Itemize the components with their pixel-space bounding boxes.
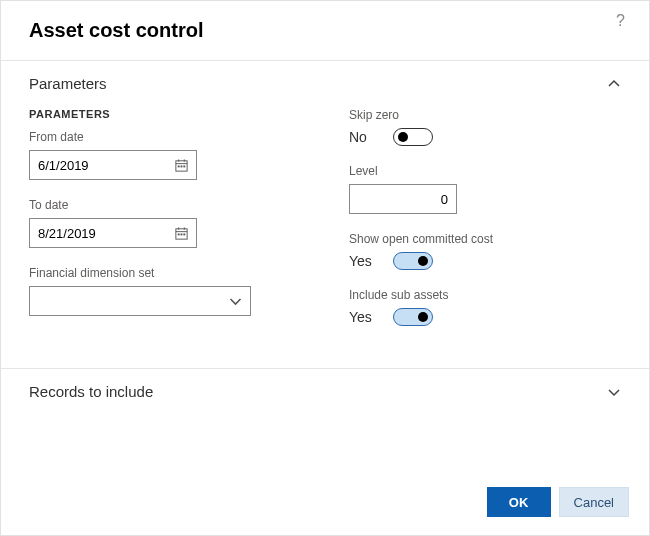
- level-label: Level: [349, 164, 621, 178]
- to-date-field: To date: [29, 198, 301, 248]
- from-date-input[interactable]: [30, 151, 166, 179]
- parameters-body: PARAMETERS From date: [1, 102, 649, 368]
- to-date-label: To date: [29, 198, 301, 212]
- show-open-committed-label: Show open committed cost: [349, 232, 621, 246]
- calendar-icon[interactable]: [166, 151, 196, 179]
- financial-dimension-input[interactable]: [30, 287, 220, 315]
- ok-button[interactable]: OK: [487, 487, 551, 517]
- dialog-title: Asset cost control: [29, 19, 203, 42]
- section-records-title: Records to include: [29, 383, 153, 400]
- show-open-committed-row: Yes: [349, 252, 621, 270]
- financial-dimension-field: Financial dimension set: [29, 266, 301, 316]
- to-date-input-wrap: [29, 218, 197, 248]
- to-date-input[interactable]: [30, 219, 166, 247]
- svg-rect-6: [183, 165, 185, 167]
- level-field: Level: [349, 164, 621, 214]
- skip-zero-row: No: [349, 128, 621, 146]
- dialog-header: Asset cost control ?: [1, 1, 649, 60]
- from-date-input-wrap: [29, 150, 197, 180]
- parameters-subhead: PARAMETERS: [29, 108, 301, 120]
- include-sub-assets-value: Yes: [349, 309, 375, 325]
- section-records-header[interactable]: Records to include: [1, 368, 649, 410]
- from-date-label: From date: [29, 130, 301, 144]
- parameters-left-column: PARAMETERS From date: [29, 108, 301, 344]
- cancel-button[interactable]: Cancel: [559, 487, 629, 517]
- svg-rect-13: [183, 233, 185, 235]
- calendar-icon[interactable]: [166, 219, 196, 247]
- include-sub-assets-toggle[interactable]: [393, 308, 433, 326]
- skip-zero-value: No: [349, 129, 375, 145]
- help-icon[interactable]: ?: [616, 13, 625, 29]
- svg-rect-5: [180, 165, 182, 167]
- svg-rect-12: [180, 233, 182, 235]
- parameters-right-column: Skip zero No Level Show open committed c…: [349, 108, 621, 344]
- level-input[interactable]: [349, 184, 457, 214]
- dialog: Asset cost control ? Parameters PARAMETE…: [0, 0, 650, 536]
- financial-dimension-select[interactable]: [29, 286, 251, 316]
- show-open-committed-toggle[interactable]: [393, 252, 433, 270]
- include-sub-assets-field: Include sub assets Yes: [349, 288, 621, 326]
- from-date-field: From date: [29, 130, 301, 180]
- svg-rect-11: [177, 233, 179, 235]
- section-parameters-title: Parameters: [29, 75, 107, 92]
- include-sub-assets-row: Yes: [349, 308, 621, 326]
- skip-zero-field: Skip zero No: [349, 108, 621, 146]
- financial-dimension-label: Financial dimension set: [29, 266, 301, 280]
- show-open-committed-field: Show open committed cost Yes: [349, 232, 621, 270]
- include-sub-assets-label: Include sub assets: [349, 288, 621, 302]
- chevron-up-icon: [607, 77, 621, 91]
- show-open-committed-value: Yes: [349, 253, 375, 269]
- chevron-down-icon: [607, 385, 621, 399]
- chevron-down-icon[interactable]: [220, 287, 250, 315]
- skip-zero-label: Skip zero: [349, 108, 621, 122]
- svg-rect-4: [177, 165, 179, 167]
- skip-zero-toggle[interactable]: [393, 128, 433, 146]
- dialog-footer: OK Cancel: [1, 473, 649, 535]
- section-parameters-header[interactable]: Parameters: [1, 60, 649, 102]
